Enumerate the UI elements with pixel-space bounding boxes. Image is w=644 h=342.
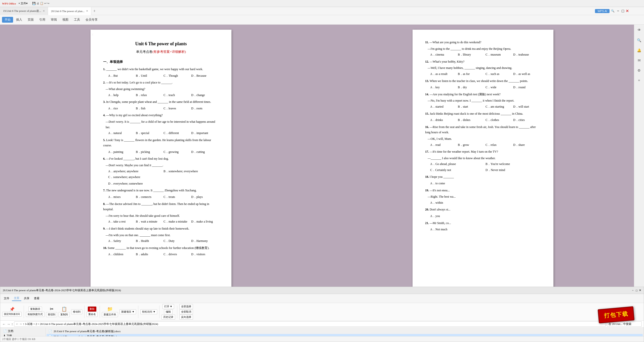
wps-ai-btn[interactable]: WPS AI (595, 9, 610, 13)
question-12: 12. —What's your hobby, Kitty? —Well, I … (425, 59, 541, 77)
fm-btn-cut[interactable]: ✂ 剪切到 (46, 306, 57, 317)
download-stamp[interactable]: 打包下载 (598, 306, 634, 323)
question-3: 3. In Chengdu, some people plant wheat a… (103, 99, 219, 111)
fm-sidebar: 📄 文档 ⬇ 下载 🎵 音乐 🖥 桌面 💾 本地磁盘 (C:) 💾 工作室 (D… (0, 328, 46, 336)
tab-add[interactable]: + (91, 9, 98, 13)
file-icon-1: 📄 (49, 330, 52, 333)
sidebar-icon-3[interactable]: 🔔 (636, 47, 643, 54)
tab-1-close[interactable]: ✕ (43, 10, 45, 12)
q1-options: A．ButB．UntilC．ThoughD．Because (103, 73, 219, 79)
ribbon-tab-insert[interactable]: 插入 (14, 17, 25, 23)
ribbon-tab-review[interactable]: 审阅 (48, 17, 59, 23)
question-2: 2. —It's so hot today. Let's go to a coo… (103, 80, 219, 98)
page-subtitle: 单元考点卷(有参考答案+详细解析) (103, 49, 219, 55)
fm-up-btn[interactable]: ↑ (11, 322, 13, 326)
fm-maximize[interactable]: □ (636, 289, 637, 292)
sidebar-icon-4[interactable]: ✉ (636, 57, 643, 64)
fm-btn-copy[interactable]: 📋 复制到 (59, 306, 70, 317)
drag-handle: :: (92, 32, 93, 37)
ribbon-tab-page[interactable]: 页面 (25, 17, 36, 23)
tabs-bar: 19.Unit 6 The power of plants道... ✕ 20.U… (0, 7, 644, 15)
tab-2-close[interactable]: ✕ (86, 10, 88, 12)
close-btn[interactable]: ✕ (626, 9, 629, 13)
question-8: 8. —The doctor advised Jim to _______, b… (103, 201, 219, 225)
app-menu[interactable]: WPS Office ≡ 文件▾ (0, 1, 31, 6)
fm-btn-new-folder[interactable]: 📁 新建文件夹 (102, 306, 118, 317)
fm-title: 20.Unit 6 The power of plants单元卷-考点卷-202… (3, 288, 631, 292)
question-7: 7. The new underground is in use now. It… (103, 188, 219, 200)
fm-btn-select-all[interactable]: 全部选择 全部取消 反向选择 (179, 304, 193, 320)
menu-file[interactable]: ≡ 文件▾ (17, 1, 29, 6)
question-15: 15. Jack thinks Beijing roast duck is on… (425, 111, 541, 123)
question-17: 17. —It's time for the weather report. M… (425, 149, 541, 173)
section-title: 一、单项选择 (103, 59, 219, 65)
sidebar-icon-6[interactable]: ≡ (636, 77, 643, 84)
fm-content: 📄 文档 ⬇ 下载 🎵 音乐 🖥 桌面 💾 本地磁盘 (C:) 💾 工作室 (D… (0, 328, 644, 336)
fm-status: 2个项目 选中 1 个项目 191 KB (0, 336, 644, 342)
title-bar: WPS Office ≡ 文件▾ 💾 🖨 📋 ↩ ↪ (0, 0, 644, 7)
fm-sidebar-docs[interactable]: 📄 文档 (1, 329, 44, 333)
sidebar-icon-2[interactable]: 🔍 (636, 37, 643, 44)
tab-1[interactable]: 19.Unit 6 The power of plants道... ✕ (0, 7, 48, 15)
question-9: 9. —I don't think students should stay u… (103, 226, 219, 244)
question-4: 4. —Why is my girl so excited about ever… (103, 113, 219, 136)
fm-minimize[interactable]: － (631, 288, 634, 292)
fm-tab-share[interactable]: 共享 (22, 296, 31, 301)
file-item-2[interactable]: 📄 20.Unit 6 The power of plants单元卷-考点卷(原… (47, 334, 643, 336)
ribbon-tab-ref[interactable]: 引用 (37, 17, 48, 23)
fm-forward-btn[interactable]: → (7, 322, 10, 326)
search-icon[interactable]: 🔍 (611, 9, 615, 13)
question-14: 14. —Are you studying for the English te… (425, 92, 541, 110)
fm-tab-file[interactable]: 文件 (2, 296, 11, 301)
fm-btn-delete[interactable]: 删除 重命名 (87, 307, 98, 317)
fm-btn-open[interactable]: 打开 ▼ 编辑 历史记录 (162, 304, 175, 320)
minimize-btn[interactable]: － (616, 8, 620, 14)
fm-toolbar: 文件 主页 共享 查看 (0, 294, 644, 303)
fm-btn-move[interactable]: 移动到 (71, 309, 82, 314)
fm-files: 📄 20.Unit 6 The power of plants单元卷-考点卷(解… (46, 328, 644, 336)
sidebar-icon-5[interactable]: ⚙ (636, 67, 643, 74)
question-6: 6. —I've looked _______, but I can't fin… (103, 156, 219, 186)
fm-btn-pin[interactable]: 📌 固定到快速访问 (2, 307, 22, 317)
page-title: Unit 6 The power of plants (103, 40, 219, 48)
file-manager: 20.Unit 6 The power of plants单元卷-考点卷-202… (0, 287, 644, 342)
question-19: 19. —It's not enou... —Right. The best w… (425, 188, 541, 206)
fm-tab-view[interactable]: 查看 (32, 296, 42, 301)
question-21: 21. —Mr Smith, co... A．Not much (425, 221, 541, 232)
fm-btn-easy-access[interactable]: 轻松访问 ▼ (140, 309, 157, 314)
ribbon-tab-home[interactable]: 开始 (2, 17, 13, 23)
fm-address-bar: ← → ↑ ← → ↑ 3-试卷 > 2 > 20.Unit 6 The pow… (0, 321, 644, 328)
question-5: 5. Look! Tony is _______ flowers in the … (103, 138, 219, 155)
question-11: 11. —What are you going to do this weeke… (425, 40, 541, 58)
fm-back-btn[interactable]: ← (2, 322, 6, 326)
fm-btn-new-item[interactable]: 新建项目 ▼ (119, 309, 136, 314)
maximize-btn[interactable]: □ (622, 9, 624, 13)
question-10: 10. Some _______ in that town go to even… (103, 245, 219, 257)
question-18: 18. I hope you _______ A．to come (425, 174, 541, 186)
ribbon-tab-view[interactable]: 视图 (60, 17, 71, 23)
wps-logo: WPS Office (2, 2, 16, 5)
toolbar-icons: 💾 🖨 📋 ↩ ↪ (31, 2, 50, 5)
question-13: 13. When we listen to the teacher in cla… (425, 78, 541, 90)
fm-address: ← → ↑ 3-试卷 > 2 > 20.Unit 6 The power of … (14, 321, 606, 327)
ribbon-tab-vip[interactable]: 会员专享 (83, 17, 100, 23)
fm-sidebar-downloads[interactable]: ⬇ 下载 (1, 333, 44, 336)
ribbon-tab-tools[interactable]: 工具 (71, 17, 83, 23)
ribbon: 开始 插入 页面 引用 审阅 视图 工具 会员专享 (0, 15, 644, 25)
fm-tab-home[interactable]: 主页 (12, 296, 21, 301)
fm-btn-copy-path[interactable]: 复制路径 粘贴快捷方式 (26, 307, 45, 317)
tab-2[interactable]: 20.Unit 6 The power of plan... ✕ (48, 7, 91, 15)
question-16: 16. —Rise from the seat and take in some… (425, 124, 541, 148)
fm-ribbon: 📌 固定到快速访问 复制路径 粘贴快捷方式 ✂ 剪切到 📋 复制到 移动到 删除… (0, 303, 644, 321)
sidebar-icon-1[interactable]: 👁 (636, 27, 643, 34)
question-20: 20. Don't always st... A．you (425, 207, 541, 219)
stamp-area: 打包下载 (598, 308, 634, 322)
file-item-1[interactable]: 📄 20.Unit 6 The power of plants单元卷-考点卷(解… (47, 329, 643, 334)
question-1: 1. _______ we didn't win the basketball … (103, 67, 219, 78)
fm-close[interactable]: ✕ (639, 289, 641, 292)
